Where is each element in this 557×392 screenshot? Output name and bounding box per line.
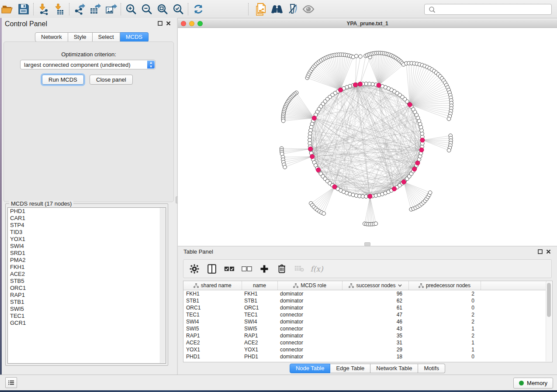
refresh-layout-button[interactable]: [190, 2, 206, 17]
create-column-button[interactable]: [257, 261, 272, 276]
optimization-criterion-select[interactable]: largest connected component (undirected)…: [20, 60, 156, 69]
table-cell[interactable]: SWI4: [242, 318, 277, 325]
close-panel-button[interactable]: Close panel: [90, 75, 133, 85]
search-input[interactable]: [437, 4, 551, 15]
table-cell[interactable]: 1: [408, 325, 481, 332]
share-document-button[interactable]: [253, 2, 269, 17]
mcds-hub-node[interactable]: [358, 82, 363, 86]
table-cell[interactable]: ORC1: [183, 304, 242, 311]
table-cell[interactable]: TEC1: [242, 311, 277, 318]
table-cell[interactable]: 2: [408, 290, 481, 298]
mcds-hub-node[interactable]: [353, 83, 357, 87]
float-table-panel-icon[interactable]: [538, 249, 543, 254]
table-cell[interactable]: 0: [408, 353, 481, 360]
table-cell[interactable]: connector: [277, 346, 342, 353]
table-scrollbar[interactable]: [546, 282, 552, 361]
table-cell[interactable]: dominator: [277, 332, 342, 339]
tab-network[interactable]: Network: [35, 32, 68, 42]
mcds-hub-node[interactable]: [420, 138, 425, 142]
table-cell[interactable]: RAP1: [242, 332, 277, 339]
zoom-out-button[interactable]: [139, 2, 155, 17]
table-cell[interactable]: STB1: [242, 297, 277, 304]
mcds-hub-node[interactable]: [316, 168, 321, 172]
mcds-hub-node[interactable]: [308, 147, 313, 151]
tab-network-table[interactable]: Network Table: [370, 364, 418, 373]
table-row[interactable]: STB1STB1dominator620: [183, 297, 546, 304]
mcds-hub-node[interactable]: [408, 103, 412, 107]
table-cell[interactable]: FKH1: [242, 290, 277, 298]
save-button[interactable]: [16, 2, 31, 17]
table-row[interactable]: RAP1RAP1dominator352: [183, 332, 546, 339]
tab-node-table[interactable]: Node Table: [290, 364, 331, 373]
import-table-button[interactable]: [52, 2, 67, 17]
tab-select[interactable]: Select: [93, 32, 120, 42]
mcds-hub-node[interactable]: [368, 194, 372, 199]
network-canvas[interactable]: [178, 28, 557, 246]
table-cell[interactable]: 62: [342, 297, 408, 304]
table-cell[interactable]: connector: [277, 325, 342, 332]
mcds-result-item[interactable]: PMA2: [8, 257, 166, 264]
table-cell[interactable]: PHD1: [242, 353, 277, 360]
eye-button[interactable]: [301, 2, 316, 17]
table-row[interactable]: PHD1PHD1dominator180: [183, 353, 546, 360]
float-panel-icon[interactable]: [158, 21, 163, 26]
table-cell[interactable]: dominator: [277, 297, 342, 304]
network-leaf-node[interactable]: [322, 212, 326, 216]
run-mcds-button[interactable]: Run MCDS: [42, 75, 84, 85]
table-row[interactable]: FKH1FKH1dominator962: [183, 290, 546, 298]
tab-mcds[interactable]: MCDS: [120, 32, 149, 42]
table-row[interactable]: ACE2ACE2connector311: [183, 339, 546, 346]
mcds-hub-node[interactable]: [377, 83, 381, 87]
deselect-all-rows-button[interactable]: [239, 261, 254, 276]
network-leaf-node[interactable]: [447, 117, 451, 121]
export-table-button[interactable]: [87, 2, 103, 17]
mcds-result-item[interactable]: RAP1: [8, 292, 166, 299]
table-cell[interactable]: ACE2: [183, 339, 242, 346]
tab-motifs[interactable]: Motifs: [418, 364, 445, 373]
mcds-result-item[interactable]: TEC1: [8, 313, 166, 320]
mcds-result-item[interactable]: ACE2: [8, 271, 166, 278]
close-panel-icon[interactable]: [166, 21, 171, 26]
table-cell[interactable]: RAP1: [183, 332, 242, 339]
table-cell[interactable]: dominator: [277, 304, 342, 311]
column-header-predecessor-nodes[interactable]: predecessor nodes: [408, 281, 481, 290]
task-history-button[interactable]: [5, 377, 17, 388]
table-cell[interactable]: YOX1: [183, 346, 242, 353]
table-row[interactable]: TEC1TEC1connector472: [183, 311, 546, 318]
mcds-hub-node[interactable]: [419, 148, 424, 152]
table-cell[interactable]: 2: [408, 332, 481, 339]
network-leaf-node[interactable]: [447, 148, 451, 152]
mcds-hub-node[interactable]: [415, 161, 420, 165]
table-cell[interactable]: dominator: [277, 290, 342, 298]
hide-labels-button[interactable]: [285, 2, 301, 17]
network-leaf-node[interactable]: [354, 54, 358, 58]
network-window-titlebar[interactable]: YPA_prune.txt_1: [178, 20, 557, 28]
table-cell[interactable]: YOX1: [242, 346, 277, 353]
table-row[interactable]: ORC1ORC1dominator610: [183, 304, 546, 311]
table-cell[interactable]: 61: [342, 304, 408, 311]
mcds-result-item[interactable]: STB1: [8, 299, 166, 306]
table-cell[interactable]: dominator: [277, 353, 342, 360]
column-header-name[interactable]: name: [242, 281, 277, 290]
binoculars-button[interactable]: [269, 2, 285, 17]
table-cell[interactable]: SWI5: [242, 325, 277, 332]
table-cell[interactable]: 1: [408, 346, 481, 353]
table-settings-button[interactable]: [187, 261, 202, 276]
table-row[interactable]: YOX1YOX1connector291: [183, 346, 546, 353]
zoom-fit-button[interactable]: [155, 2, 170, 17]
table-cell[interactable]: 18: [342, 353, 408, 360]
tab-edge-table[interactable]: Edge Table: [330, 364, 370, 373]
table-row[interactable]: SWI4SWI4dominator462: [183, 318, 546, 325]
mcds-result-item[interactable]: YOX1: [8, 236, 166, 243]
mcds-list-scrollbar[interactable]: [160, 208, 166, 363]
mcds-result-item[interactable]: SWI4: [8, 243, 166, 250]
mcds-hub-node[interactable]: [392, 187, 397, 191]
open-button[interactable]: [0, 2, 16, 17]
table-cell[interactable]: ORC1: [242, 304, 277, 311]
search-field[interactable]: [424, 4, 552, 15]
mcds-hub-node[interactable]: [338, 88, 343, 92]
network-leaf-node[interactable]: [428, 191, 432, 195]
mcds-result-list[interactable]: PHD1CAR1STP4TID3YOX1SWI4SRD1PMA2FKH1ACE2…: [7, 207, 166, 364]
table-cell[interactable]: 46: [342, 318, 408, 325]
table-cell[interactable]: PHD1: [183, 353, 242, 360]
